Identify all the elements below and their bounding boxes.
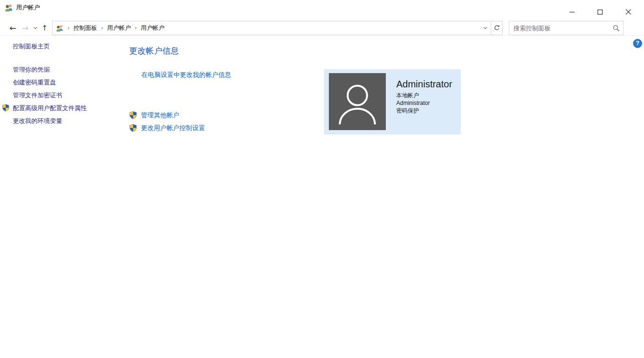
user-accounts-icon bbox=[56, 24, 64, 32]
forward-button[interactable]: → bbox=[19, 21, 31, 35]
sidebar: 控制面板主页 管理你的凭据 创建密码重置盘 管理文件加密证书 配置高级用户配置文… bbox=[13, 42, 122, 127]
address-bar[interactable]: › 控制面板 › 用户帐户 › 用户帐户 bbox=[52, 21, 491, 35]
sidebar-item-manage-credentials[interactable]: 管理你的凭据 bbox=[13, 63, 122, 76]
sidebar-item-control-panel-home[interactable]: 控制面板主页 bbox=[13, 42, 122, 51]
account-info: Administrator 本地帐户 Administrator 密码保护 bbox=[396, 78, 452, 114]
sidebar-item-create-password-reset-disk[interactable]: 创建密码重置盘 bbox=[13, 76, 122, 89]
task-list: 管理其他帐户 更改用户帐户控制设置 bbox=[129, 109, 205, 134]
back-icon: ← bbox=[9, 23, 16, 33]
caption-buttons bbox=[558, 5, 642, 19]
sidebar-item-manage-file-encryption-certificates[interactable]: 管理文件加密证书 bbox=[13, 89, 122, 102]
close-button[interactable] bbox=[614, 5, 642, 19]
question-mark-icon: ? bbox=[636, 40, 639, 47]
task-label: 更改用户帐户控制设置 bbox=[141, 124, 205, 132]
chevron-down-icon bbox=[33, 27, 37, 29]
account-card: Administrator 本地帐户 Administrator 密码保护 bbox=[324, 69, 461, 134]
sidebar-item-change-environment-variables[interactable]: 更改我的环境变量 bbox=[13, 114, 122, 127]
breadcrumb-user-accounts-2[interactable]: 用户帐户 bbox=[140, 24, 164, 32]
forward-icon: → bbox=[22, 23, 28, 33]
sidebar-item-label: 配置高级用户配置文件属性 bbox=[13, 104, 87, 112]
sidebar-item-label: 更改我的环境变量 bbox=[13, 117, 62, 124]
manage-other-accounts-link[interactable]: 管理其他帐户 bbox=[129, 109, 205, 122]
breadcrumb-user-accounts[interactable]: 用户帐户 bbox=[107, 24, 131, 32]
address-dropdown-button[interactable] bbox=[479, 21, 491, 35]
change-uac-settings-link[interactable]: 更改用户帐户控制设置 bbox=[129, 122, 205, 134]
breadcrumb-separator: › bbox=[131, 25, 141, 31]
sidebar-item-configure-advanced-user-profile[interactable]: 配置高级用户配置文件属性 bbox=[13, 102, 122, 114]
minimize-icon bbox=[569, 9, 575, 15]
title-bar: 用户帐户 bbox=[0, 0, 644, 21]
recent-pages-dropdown[interactable] bbox=[31, 21, 39, 35]
uac-shield-icon bbox=[2, 104, 9, 112]
search-input[interactable] bbox=[509, 21, 623, 35]
account-name: Administrator bbox=[396, 78, 452, 90]
minimize-button[interactable] bbox=[558, 5, 586, 19]
search-box bbox=[509, 21, 624, 35]
user-accounts-icon bbox=[4, 3, 13, 12]
sidebar-item-label: 管理你的凭据 bbox=[13, 66, 50, 73]
breadcrumb-separator: › bbox=[97, 25, 107, 31]
back-button[interactable]: ← bbox=[7, 21, 19, 35]
close-icon bbox=[625, 9, 631, 15]
refresh-icon bbox=[494, 25, 500, 31]
chevron-down-icon bbox=[483, 27, 487, 29]
window-title: 用户帐户 bbox=[16, 4, 40, 12]
sidebar-item-label: 管理文件加密证书 bbox=[13, 92, 62, 99]
task-label: 管理其他帐户 bbox=[141, 111, 179, 120]
sidebar-item-label: 创建密码重置盘 bbox=[13, 79, 56, 86]
magnifier-icon bbox=[613, 25, 620, 32]
help-button[interactable]: ? bbox=[633, 39, 642, 48]
change-account-info-in-pc-settings-link[interactable]: 在电脑设置中更改我的帐户信息 bbox=[141, 71, 231, 79]
uac-shield-icon bbox=[129, 111, 137, 119]
avatar bbox=[329, 73, 386, 130]
maximize-button[interactable] bbox=[586, 5, 614, 19]
up-icon: ↑ bbox=[42, 24, 48, 32]
uac-shield-icon bbox=[129, 124, 137, 132]
account-username: Administrator bbox=[396, 99, 452, 107]
maximize-icon bbox=[597, 9, 603, 15]
account-protection: 密码保护 bbox=[396, 107, 452, 114]
navigation-bar: ← → ↑ › 控制面板 › 用户帐户 › 用户帐户 bbox=[0, 21, 644, 36]
person-outline-icon bbox=[329, 73, 386, 130]
account-type: 本地帐户 bbox=[396, 92, 452, 99]
page-title: 更改帐户信息 bbox=[129, 45, 179, 57]
refresh-button[interactable] bbox=[491, 21, 503, 35]
up-button[interactable]: ↑ bbox=[39, 21, 50, 35]
breadcrumb-control-panel[interactable]: 控制面板 bbox=[74, 24, 97, 32]
breadcrumb-separator: › bbox=[64, 25, 74, 31]
